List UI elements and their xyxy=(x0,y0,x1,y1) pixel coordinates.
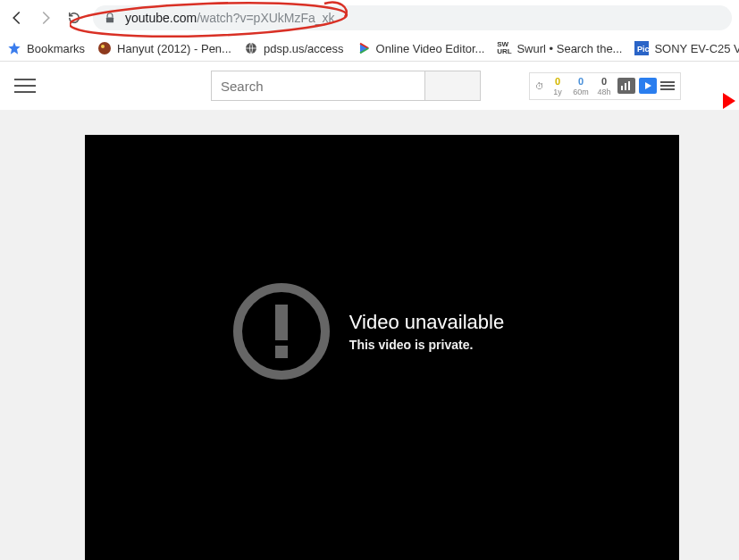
site-header: ⏱ 0 1y 0 60m 0 48h xyxy=(0,62,739,110)
stat-top-1: 0 xyxy=(578,76,584,87)
bookmark-label-3: Swurl • Search the... xyxy=(516,42,622,55)
search-button[interactable] xyxy=(425,71,481,101)
list-icon[interactable] xyxy=(660,81,675,90)
video-error-subtitle: This video is private. xyxy=(349,338,504,352)
svg-text:Pic: Pic xyxy=(637,45,649,54)
svg-rect-7 xyxy=(621,86,623,90)
svg-point-3 xyxy=(101,45,105,48)
video-error-title: Video unavailable xyxy=(349,311,504,334)
content-area: Video unavailable This video is private. xyxy=(0,110,739,560)
stat-top-2: 0 xyxy=(601,76,607,87)
stat-bot-0: 1y xyxy=(553,88,562,96)
play-icon xyxy=(357,41,371,55)
url-bar[interactable]: youtube.com/watch?v=pXUkMzFa_xk xyxy=(93,5,732,30)
globe-icon xyxy=(244,41,258,55)
stats-box[interactable]: ⏱ 0 1y 0 60m 0 48h xyxy=(529,72,681,100)
bookmark-label-0: Hanyut (2012) - Pen... xyxy=(117,42,231,55)
bookmark-item-0[interactable]: Hanyut (2012) - Pen... xyxy=(97,41,231,55)
favicon-3: SWURL xyxy=(497,41,511,55)
svg-rect-8 xyxy=(625,83,626,90)
forward-button[interactable] xyxy=(36,8,55,28)
bars-icon[interactable] xyxy=(617,78,635,94)
stat-bot-1: 60m xyxy=(573,88,589,96)
svg-point-2 xyxy=(98,42,111,54)
svg-rect-9 xyxy=(628,81,630,90)
search-input[interactable] xyxy=(211,71,425,101)
bookmark-item-4[interactable]: Pic SONY EV-C25 VIDE... xyxy=(634,41,739,55)
partial-logo-icon xyxy=(723,93,735,109)
play-tile-icon[interactable] xyxy=(639,78,657,94)
bookmark-label-1: pdsp.us/access xyxy=(264,42,344,55)
favicon-0 xyxy=(97,41,112,55)
browser-toolbar: youtube.com/watch?v=pXUkMzFa_xk xyxy=(0,0,739,36)
stat-top-0: 0 xyxy=(555,76,560,87)
video-message: Video unavailable This video is private. xyxy=(233,283,504,380)
stat-bot-2: 48h xyxy=(597,88,610,96)
bookmark-item-1[interactable]: pdsp.us/access xyxy=(244,41,344,55)
reload-button[interactable] xyxy=(64,8,84,28)
search-wrap xyxy=(211,71,481,101)
bookmarks-toggle[interactable]: Bookmarks xyxy=(7,41,85,55)
bookmarks-bar: Bookmarks Hanyut (2012) - Pen... pdsp.us… xyxy=(0,36,739,62)
hamburger-menu[interactable] xyxy=(13,76,38,96)
favicon-4: Pic xyxy=(634,41,649,55)
video-player: Video unavailable This video is private. xyxy=(85,135,679,560)
exclamation-icon xyxy=(233,283,330,380)
bookmark-label-2: Online Video Editor... xyxy=(376,42,485,55)
bookmark-item-3[interactable]: SWURL Swurl • Search the... xyxy=(497,41,622,55)
url-text: youtube.com/watch?v=pXUkMzFa_xk xyxy=(125,11,335,25)
back-button[interactable] xyxy=(7,8,27,28)
clock-icon: ⏱ xyxy=(535,81,544,91)
bookmark-label-4: SONY EV-C25 VIDE... xyxy=(654,42,739,55)
bookmarks-label: Bookmarks xyxy=(27,42,85,55)
stat-col-0: 0 1y xyxy=(548,76,567,96)
stat-col-2: 0 48h xyxy=(594,76,614,96)
svg-rect-0 xyxy=(106,17,113,22)
bookmark-item-2[interactable]: Online Video Editor... xyxy=(357,41,485,55)
star-icon xyxy=(7,41,21,55)
stat-col-1: 0 60m xyxy=(571,76,591,96)
lock-icon xyxy=(104,12,116,24)
